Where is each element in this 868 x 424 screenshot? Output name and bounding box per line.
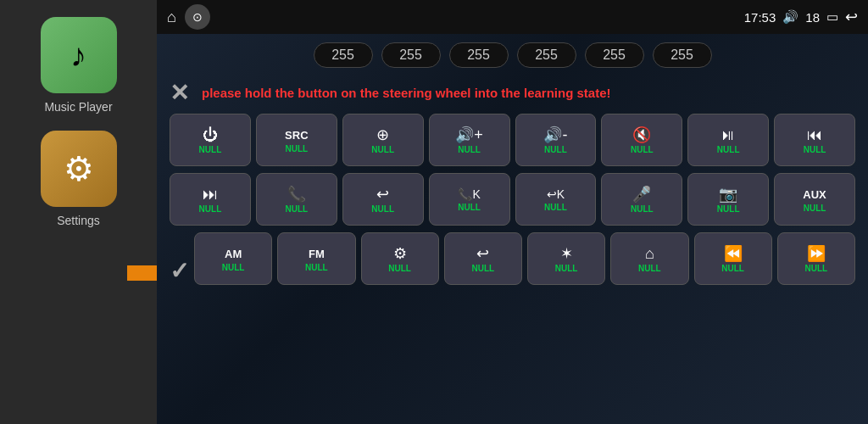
mute-button[interactable]: 🔇 NULL <box>601 114 682 166</box>
return-button[interactable]: ↩ NULL <box>444 232 522 285</box>
settings-label: NULL <box>388 264 411 273</box>
pill-5: 255 <box>653 42 712 68</box>
pill-4: 255 <box>585 42 644 68</box>
aux-label: NULL <box>804 204 826 213</box>
rewind-icon: ⏪ <box>724 246 743 261</box>
call-reject-icon: ↩K <box>547 188 565 200</box>
bluetooth-button[interactable]: ✶ NULL <box>527 232 605 285</box>
camera-button[interactable]: 📷 NULL <box>687 173 769 226</box>
cancel-button[interactable]: ✕ <box>170 79 189 107</box>
return-icon: ↩ <box>476 246 489 261</box>
prev-button[interactable]: ⏮ NULL <box>774 114 855 166</box>
call-label: NULL <box>285 204 308 214</box>
time-display: 17:53 <box>744 10 776 25</box>
camera-icon: 📷 <box>719 187 737 202</box>
mute-label: NULL <box>631 145 654 154</box>
button-grid-row1: ⏻ NULL SRC NULL ⊕ NULL 🔊+ NULL 🔊- NULL 🔇 <box>170 114 855 166</box>
play-pause-icon: ⏯ <box>721 127 736 142</box>
pill-1: 255 <box>381 42 441 68</box>
am-label: NULL <box>222 263 245 272</box>
prev-label: NULL <box>804 145 826 154</box>
am-button[interactable]: AM NULL <box>194 232 272 285</box>
home-nav-icon: ⌂ <box>645 246 654 261</box>
vol-down-icon: 🔊- <box>543 127 567 142</box>
src-button[interactable]: SRC NULL <box>256 114 337 166</box>
gps-label: NULL <box>371 145 394 154</box>
home-icon[interactable]: ⌂ <box>167 8 176 26</box>
pill-2: 255 <box>449 42 509 68</box>
call-accept-button[interactable]: 📞K NULL <box>429 173 510 226</box>
back-nav-icon: ↩ <box>376 187 389 202</box>
next-label: NULL <box>199 204 222 214</box>
main-panel: ⌂ ⊙ 17:53 🔊 18 ▭ ↩ 255 255 255 255 255 2… <box>157 0 868 424</box>
power-icon: ⏻ <box>203 127 218 142</box>
instruction-message: please hold the button on the steering w… <box>202 86 611 100</box>
call-icon: 📞 <box>287 187 306 202</box>
mic-button[interactable]: 🎤 NULL <box>601 173 682 226</box>
mute-icon: 🔇 <box>632 127 651 142</box>
status-right: 17:53 🔊 18 ▭ ↩ <box>744 8 858 26</box>
sidebar: ♪ Music Player ⚙ Settings <box>0 0 157 424</box>
back-nav-label: NULL <box>371 204 394 214</box>
power-button[interactable]: ⏻ NULL <box>170 114 251 166</box>
next-icon: ⏭ <box>203 187 218 202</box>
aux-icon: AUX <box>803 188 826 201</box>
settings-icon: ⚙ <box>393 246 407 261</box>
fast-forward-icon: ⏩ <box>807 246 826 261</box>
call-accept-icon: 📞K <box>458 188 480 200</box>
prev-icon: ⏮ <box>807 127 822 142</box>
play-pause-button[interactable]: ⏯ NULL <box>687 114 769 166</box>
music-player-icon-box: ♪ <box>41 17 117 93</box>
status-left: ⌂ ⊙ <box>167 4 210 30</box>
button-grid-row2: ⏭ NULL 📞 NULL ↩ NULL 📞K NULL ↩K NULL 🎤 <box>170 173 855 226</box>
settings-label: Settings <box>57 214 100 227</box>
mic-icon: 🎤 <box>632 187 651 202</box>
settings-app[interactable]: ⚙ Settings <box>41 131 117 227</box>
volume-level: 18 <box>805 10 820 25</box>
gps-button[interactable]: ⊕ NULL <box>342 114 424 166</box>
aux-button[interactable]: AUX NULL <box>774 173 855 226</box>
fm-label: NULL <box>305 263 328 272</box>
confirm-button[interactable]: ✓ <box>170 257 189 285</box>
mic-label: NULL <box>631 204 654 214</box>
bluetooth-label: NULL <box>555 264 578 273</box>
pill-0: 255 <box>314 42 373 68</box>
settings-icon-box: ⚙ <box>41 131 117 207</box>
back-nav-button[interactable]: ↩ NULL <box>342 173 424 226</box>
content-area: 255 255 255 255 255 255 ✕ please hold th… <box>157 34 868 424</box>
call-button[interactable]: 📞 NULL <box>256 173 337 226</box>
vol-down-button[interactable]: 🔊- NULL <box>515 114 597 166</box>
fast-forward-button[interactable]: ⏩ NULL <box>777 232 855 285</box>
button-grid-row3-wrapper: ✓ AM NULL FM NULL ⚙ NULL ↩ NULL <box>170 232 855 285</box>
volume-icon: 🔊 <box>782 9 798 25</box>
return-label: NULL <box>472 264 495 273</box>
am-icon: AM <box>225 248 242 260</box>
call-reject-button[interactable]: ↩K NULL <box>515 173 597 226</box>
fast-forward-label: NULL <box>805 264 828 273</box>
camera-label: NULL <box>717 204 740 214</box>
call-accept-label: NULL <box>458 203 481 212</box>
nav-icon: ⊙ <box>192 10 203 24</box>
home-label: NULL <box>638 264 661 273</box>
power-label: NULL <box>199 145 222 154</box>
call-reject-label: NULL <box>544 203 567 212</box>
next-button[interactable]: ⏭ NULL <box>170 173 251 226</box>
message-row: ✕ please hold the button on the steering… <box>170 79 855 107</box>
nav-circle[interactable]: ⊙ <box>185 4 210 30</box>
settings-gear-icon: ⚙ <box>64 149 94 188</box>
pill-3: 255 <box>517 42 576 68</box>
home-button[interactable]: ⌂ NULL <box>610 232 688 285</box>
settings-button[interactable]: ⚙ NULL <box>361 232 439 285</box>
play-pause-label: NULL <box>717 145 740 154</box>
src-icon: SRC <box>285 129 308 142</box>
vol-up-button[interactable]: 🔊+ NULL <box>429 114 510 166</box>
gps-icon: ⊕ <box>376 127 389 142</box>
rewind-label: NULL <box>721 264 744 273</box>
fm-button[interactable]: FM NULL <box>277 232 355 285</box>
pills-row: 255 255 255 255 255 255 <box>170 42 855 68</box>
music-player-app[interactable]: ♪ Music Player <box>41 17 117 114</box>
vol-up-icon: 🔊+ <box>455 127 483 142</box>
src-label: NULL <box>285 144 308 153</box>
rewind-button[interactable]: ⏪ NULL <box>694 232 772 285</box>
back-icon[interactable]: ↩ <box>845 8 858 26</box>
